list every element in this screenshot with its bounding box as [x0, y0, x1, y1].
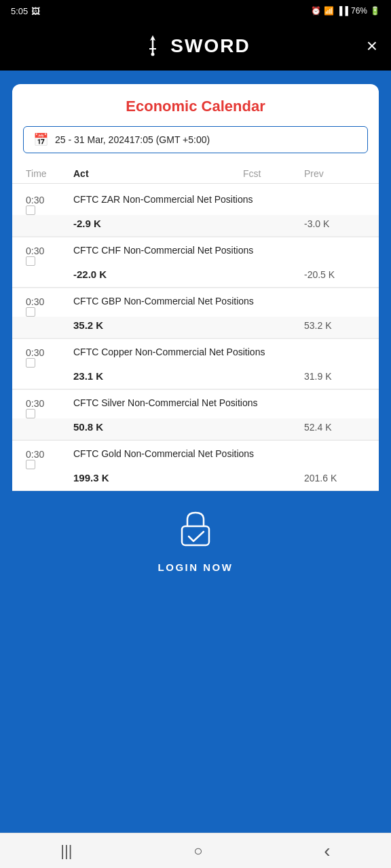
table-header: Time Act Fcst Prev: [12, 164, 379, 184]
list-item: 0:30 CFTC ZAR Non-Commercial Net Positio…: [12, 186, 379, 237]
logo-text: SWORD: [170, 35, 250, 57]
wifi-icon: 📶: [324, 6, 334, 16]
event-name-row: 0:30 CFTC Copper Non-Commercial Net Posi…: [12, 339, 379, 368]
col-time: Time: [26, 168, 73, 179]
event-checkbox[interactable]: [26, 205, 35, 215]
app-logo: SWORD: [141, 34, 250, 58]
event-name-row: 0:30 CFTC Gold Non-Commercial Net Positi…: [12, 441, 379, 469]
event-name-row: 0:30 CFTC CHF Non-Commercial Net Positio…: [12, 237, 379, 266]
date-range-row[interactable]: 📅 25 - 31 Mar, 202417:05 (GMT +5:00): [23, 126, 368, 153]
event-values-row: 23.1 K 31.9 K: [12, 368, 379, 389]
main-bg: Economic Calendar 📅 25 - 31 Mar, 202417:…: [0, 71, 391, 833]
event-name-row: 0:30 CFTC ZAR Non-Commercial Net Positio…: [12, 186, 379, 215]
battery-text: 76%: [351, 6, 367, 16]
col-act: Act: [73, 168, 243, 179]
svg-rect-1: [182, 526, 209, 545]
list-item: 0:30 CFTC CHF Non-Commercial Net Positio…: [12, 237, 379, 288]
nav-back-arrow[interactable]: ‹: [310, 835, 343, 867]
login-icon-wrapper: [171, 503, 220, 555]
svg-point-0: [151, 53, 155, 56]
list-item: 0:30 CFTC Copper Non-Commercial Net Posi…: [12, 339, 379, 390]
status-bar: 5:05 🖼 ⏰ 📶 ▐▐ 76% 🔋: [0, 0, 391, 22]
event-checkbox[interactable]: [26, 409, 35, 418]
event-checkbox[interactable]: [26, 307, 35, 317]
photo-icon: 🖼: [31, 6, 40, 16]
event-values-row: -2.9 K -3.0 K: [12, 215, 379, 237]
login-now-button[interactable]: LOGIN NOW: [158, 561, 234, 573]
list-item: 0:30 CFTC GBP Non-Commercial Net Positio…: [12, 288, 379, 339]
event-checkbox[interactable]: [26, 256, 35, 266]
event-values-row: 35.2 K 53.2 K: [12, 317, 379, 338]
event-values-row: 199.3 K 201.6 K: [12, 469, 379, 491]
event-values-row: -22.0 K -20.5 K: [12, 266, 379, 288]
col-prev: Prev: [304, 168, 365, 179]
app-header: SWORD ×: [0, 22, 391, 71]
card-title: Economic Calendar: [12, 98, 379, 115]
signal-icon: ▐▐: [337, 6, 348, 16]
status-time: 5:05: [11, 6, 28, 16]
lock-check-icon: [171, 503, 220, 552]
sword-logo-icon: [141, 34, 165, 58]
event-checkbox[interactable]: [26, 358, 35, 368]
date-range-text: 25 - 31 Mar, 202417:05 (GMT +5:00): [55, 134, 210, 145]
status-right: ⏰ 📶 ▐▐ 76% 🔋: [311, 6, 380, 16]
battery-icon: 🔋: [370, 6, 380, 16]
event-name-row: 0:30 CFTC GBP Non-Commercial Net Positio…: [12, 288, 379, 317]
status-left: 5:05 🖼: [11, 6, 40, 16]
event-checkbox[interactable]: [26, 460, 35, 469]
list-item: 0:30 CFTC Silver Non-Commercial Net Posi…: [12, 390, 379, 441]
close-button[interactable]: ×: [367, 35, 377, 57]
alarm-icon: ⏰: [311, 6, 321, 16]
list-item: 0:30 CFTC Gold Non-Commercial Net Positi…: [12, 441, 379, 491]
economic-calendar-card: Economic Calendar 📅 25 - 31 Mar, 202417:…: [12, 84, 379, 491]
nav-back-lines[interactable]: |||: [47, 837, 86, 865]
event-name-row: 0:30 CFTC Silver Non-Commercial Net Posi…: [12, 390, 379, 418]
events-list: 0:30 CFTC ZAR Non-Commercial Net Positio…: [12, 186, 379, 491]
bottom-nav: ||| ○ ‹: [0, 833, 391, 868]
calendar-icon: 📅: [33, 132, 48, 147]
event-values-row: 50.8 K 52.4 K: [12, 418, 379, 440]
login-area: LOGIN NOW: [12, 491, 379, 589]
nav-home[interactable]: ○: [180, 837, 216, 865]
col-fcst: Fcst: [243, 168, 304, 179]
